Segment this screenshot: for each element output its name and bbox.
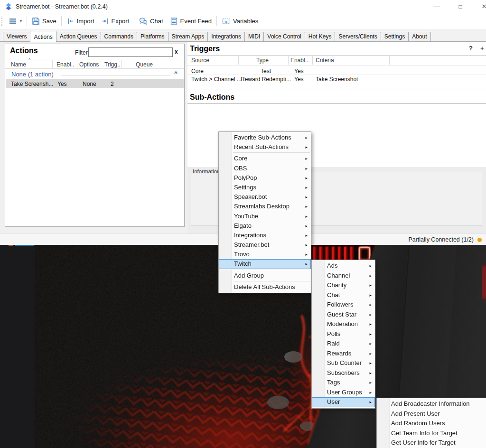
- app-logo-icon: [5, 3, 12, 10]
- menu-item-recent-sub-actions[interactable]: Recent Sub-Actions▸: [219, 142, 311, 152]
- tab-hot-keys[interactable]: Hot Keys: [305, 32, 336, 41]
- column-header-queue[interactable]: Queue: [136, 61, 153, 68]
- menu-item-add-broadcaster-information[interactable]: Add Broadcaster Information: [377, 399, 486, 409]
- tab-voice-control[interactable]: Voice Control: [263, 32, 305, 41]
- menu-item-twitch[interactable]: Twitch▸: [219, 259, 311, 269]
- triggers-add-button[interactable]: +: [480, 45, 484, 52]
- column-header-name[interactable]: Name: [11, 61, 26, 68]
- trigger-col-source[interactable]: Source: [191, 57, 209, 64]
- menu-item-add-present-user[interactable]: Add Present User: [377, 409, 486, 419]
- tab-action-queues[interactable]: Action Queues: [56, 32, 101, 41]
- menu-item-tags[interactable]: Tags▸: [312, 378, 375, 388]
- menu-item-followers[interactable]: Followers▸: [312, 300, 375, 310]
- close-button[interactable]: ✕: [476, 0, 486, 13]
- menu-item-add-random-users[interactable]: Add Random Users: [377, 419, 486, 429]
- submenu-arrow-icon: ▸: [369, 358, 372, 368]
- submenu-arrow-icon: ▸: [369, 388, 372, 398]
- action-group-row[interactable]: None (1 action) ^: [5, 69, 184, 79]
- column-header-enabled[interactable]: Enabl..: [56, 61, 74, 68]
- menu-item-sub-counter[interactable]: Sub Counter▸: [312, 358, 375, 368]
- menu-item-charity[interactable]: Charity▸: [312, 280, 375, 290]
- menu-item-delete-all-sub-actions[interactable]: Delete All Sub-Actions: [219, 282, 311, 292]
- tab-stream-apps[interactable]: Stream Apps: [168, 32, 208, 41]
- menu-item-core[interactable]: Core▸: [219, 154, 311, 163]
- menu-item-get-team-info-for-target[interactable]: Get Team Info for Target: [377, 429, 486, 439]
- clear-filter-button[interactable]: x: [175, 48, 178, 55]
- menu-item-elgato[interactable]: Elgato▸: [219, 221, 311, 231]
- menu-item-label: Subscribers: [327, 369, 360, 376]
- main-menu-button[interactable]: ▾: [6, 16, 25, 27]
- trigger-row2-criteria[interactable]: Take Screenshot: [316, 76, 358, 83]
- tab-settings[interactable]: Settings: [381, 32, 409, 41]
- menu-item-moderation[interactable]: Moderation▸: [312, 319, 375, 329]
- trigger-row1-enabled[interactable]: Yes: [294, 68, 304, 75]
- submenu-arrow-icon: ▸: [369, 378, 372, 388]
- menu-item-label: Integrations: [234, 232, 266, 239]
- menu-item-add-group[interactable]: Add Group: [219, 271, 311, 280]
- tab-about[interactable]: About: [408, 32, 430, 41]
- tab-strip: Viewers Actions Action Queues Commands P…: [0, 29, 486, 42]
- column-header-options[interactable]: Options: [79, 61, 99, 68]
- save-button[interactable]: Save: [28, 15, 60, 27]
- menu-item-streamlabs-desktop[interactable]: Streamlabs Desktop▸: [219, 202, 311, 211]
- filter-input[interactable]: [88, 47, 173, 57]
- menu-item-youtube[interactable]: YouTube▸: [219, 212, 311, 221]
- header-separator: [187, 65, 486, 66]
- triggers-help-button[interactable]: ?: [469, 45, 473, 52]
- trigger-col-criteria[interactable]: Criteria: [316, 57, 334, 64]
- action-row-selected[interactable]: Take Screensh... Yes None 2: [6, 79, 184, 88]
- trigger-row1-type[interactable]: Test: [261, 68, 271, 75]
- column-divider: [52, 60, 53, 68]
- toolbar-grip[interactable]: [1, 17, 4, 26]
- tab-viewers[interactable]: Viewers: [3, 32, 30, 41]
- tab-commands[interactable]: Commands: [101, 32, 137, 41]
- tab-platforms[interactable]: Platforms: [137, 32, 168, 41]
- menu-item-label: OBS: [234, 165, 247, 172]
- tab-integrations[interactable]: Integrations: [207, 32, 245, 41]
- tab-servers-clients[interactable]: Servers/Clients: [335, 32, 381, 41]
- menu-item-get-user-info-for-target[interactable]: Get User Info for Target: [377, 438, 486, 448]
- menu-item-obs[interactable]: OBS▸: [219, 164, 311, 173]
- trigger-col-type[interactable]: Type: [256, 57, 269, 64]
- menu-item-polypop[interactable]: PolyPop▸: [219, 173, 311, 183]
- event-feed-button[interactable]: Event Feed: [167, 15, 215, 27]
- menu-item-label: Chat: [327, 291, 340, 299]
- menu-item-trovo[interactable]: Trovo▸: [219, 250, 311, 259]
- menu-item-favorite-sub-actions[interactable]: Favorite Sub-Actions▸: [219, 133, 311, 142]
- trigger-row2-enabled[interactable]: Yes: [294, 76, 304, 83]
- connection-status-text: Partially Connected (1/2): [408, 236, 474, 243]
- variables-button[interactable]: α Variables: [218, 15, 262, 27]
- trigger-col-enabled[interactable]: Enabl..: [290, 57, 308, 64]
- column-divider: [389, 56, 390, 65]
- menu-item-integrations[interactable]: Integrations▸: [219, 231, 311, 240]
- trigger-row1-source[interactable]: Core: [191, 68, 204, 75]
- tab-midi[interactable]: MIDI: [244, 32, 264, 41]
- trigger-row2-type[interactable]: Reward Redempti...: [241, 76, 291, 83]
- submenu-arrow-icon: ▸: [305, 231, 308, 240]
- menu-item-user[interactable]: User▸: [312, 397, 375, 407]
- menu-item-raid[interactable]: Raid▸: [312, 339, 375, 349]
- export-button[interactable]: Export: [98, 15, 133, 27]
- minimize-button[interactable]: —: [429, 0, 445, 13]
- menu-item-chat[interactable]: Chat▸: [312, 290, 375, 300]
- column-header-triggers[interactable]: Trigg..: [104, 61, 121, 68]
- menu-item-user-groups[interactable]: User Groups▸: [312, 388, 375, 398]
- menu-item-speaker-bot[interactable]: Speaker.bot▸: [219, 192, 311, 202]
- menu-item-settings[interactable]: Settings▸: [219, 183, 311, 192]
- collapse-caret-icon[interactable]: ^: [174, 70, 178, 77]
- menu-item-subscribers[interactable]: Subscribers▸: [312, 368, 375, 378]
- menu-item-channel[interactable]: Channel▸: [312, 271, 375, 281]
- chat-button[interactable]: Chat: [136, 15, 166, 27]
- trigger-row2-source[interactable]: Twitch > Channel ...: [191, 76, 242, 83]
- menu-item-guest-star[interactable]: Guest Star▸: [312, 310, 375, 320]
- tab-actions[interactable]: Actions: [30, 31, 56, 42]
- menu-item-rewards[interactable]: Rewards▸: [312, 349, 375, 359]
- header-bottom-line: [5, 68, 184, 69]
- export-label: Export: [112, 18, 130, 25]
- menu-item-polls[interactable]: Polls▸: [312, 329, 375, 339]
- import-button[interactable]: Import: [63, 15, 98, 27]
- menu-item-ads[interactable]: Ads▸: [312, 261, 375, 271]
- menu-item-streamer-bot[interactable]: Streamer.bot▸: [219, 240, 311, 250]
- submenu-arrow-icon: ▸: [305, 240, 308, 250]
- maximize-button[interactable]: □: [452, 0, 468, 13]
